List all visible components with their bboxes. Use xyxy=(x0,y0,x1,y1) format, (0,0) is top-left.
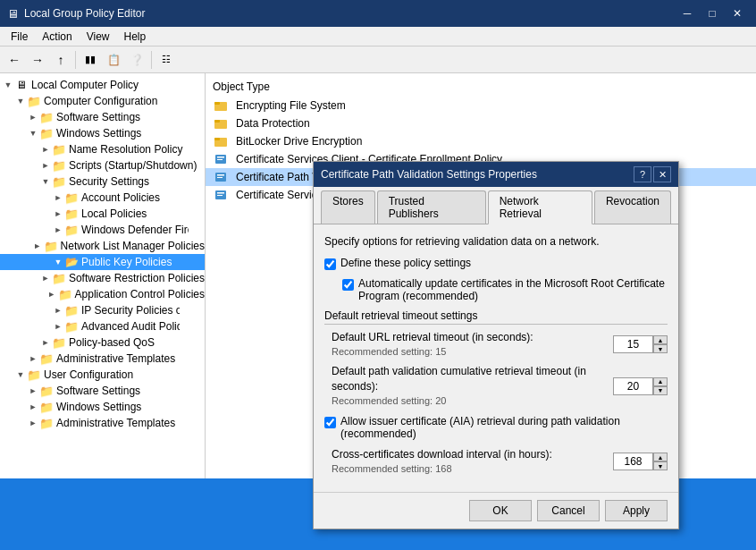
show-hide-btn[interactable]: ▮▮ xyxy=(80,49,101,71)
expand-aap[interactable]: ► xyxy=(52,320,64,333)
expand-scripts[interactable]: ► xyxy=(39,159,52,172)
expand-nlm[interactable]: ► xyxy=(31,240,44,252)
expand-local[interactable]: ► xyxy=(52,207,64,220)
menu-help[interactable]: Help xyxy=(117,29,154,45)
menu-file[interactable]: File xyxy=(4,29,35,45)
expand-sw[interactable]: ► xyxy=(27,111,39,123)
aia-checkbox[interactable] xyxy=(324,417,336,428)
nrp-label: Name Resolution Policy xyxy=(69,143,182,156)
tab-trusted-publishers[interactable]: Trusted Publishers xyxy=(377,190,486,224)
bde-label: BitLocker Drive Encryption xyxy=(236,135,362,148)
tree-item-wdf[interactable]: ► 📁 Windows Defender Firewall with Adv..… xyxy=(0,222,205,238)
expand-at[interactable]: ► xyxy=(27,352,39,365)
dialog-close-button[interactable]: ✕ xyxy=(653,166,671,182)
expand-pki[interactable]: ▼ xyxy=(52,256,64,268)
cc-icon: 📁 xyxy=(27,94,41,108)
tab-network-retrieval[interactable]: Network Retrieval xyxy=(488,190,592,224)
nlm-label: Network List Manager Policies xyxy=(61,240,205,252)
tree-item-acp[interactable]: ► 📁 Application Control Policies xyxy=(0,286,205,302)
tree-item-pbq[interactable]: ► 📁 Policy-based QoS xyxy=(0,334,205,351)
tree-item-aap[interactable]: ► 📁 Advanced Audit Policy Configuration xyxy=(0,318,205,334)
expand-lcp[interactable]: ▼ xyxy=(2,79,14,91)
define-policy-checkbox[interactable] xyxy=(324,258,336,270)
dialog-help-button[interactable]: ? xyxy=(634,166,651,182)
cancel-button[interactable]: Cancel xyxy=(537,500,600,521)
expand-security[interactable]: ▼ xyxy=(39,175,52,188)
tree-item-lcp[interactable]: ▼ 🖥 Local Computer Policy xyxy=(0,77,205,93)
cross-cert-input[interactable] xyxy=(613,453,653,470)
tree-item-nlm[interactable]: ► 📁 Network List Manager Policies xyxy=(0,238,205,254)
properties-btn[interactable]: 📋 xyxy=(103,49,124,71)
view-btn[interactable]: ☷ xyxy=(155,49,177,71)
expand-usw[interactable]: ► xyxy=(27,385,39,397)
menu-action[interactable]: Action xyxy=(35,29,79,45)
cross-cert-up[interactable]: ▲ xyxy=(653,453,668,461)
define-policy-label: Define these policy settings xyxy=(340,257,471,269)
path-timeout-up[interactable]: ▲ xyxy=(653,377,668,386)
ok-button[interactable]: OK xyxy=(469,500,532,521)
svg-rect-14 xyxy=(217,195,223,196)
expand-uat[interactable]: ► xyxy=(27,417,39,429)
tree-item-security[interactable]: ▼ 📁 Security Settings xyxy=(0,173,205,190)
cross-cert-buttons: ▲ ▼ xyxy=(653,453,668,470)
url-timeout-down[interactable]: ▼ xyxy=(653,344,668,353)
acp-icon: 📁 xyxy=(58,287,72,301)
right-item-dp[interactable]: Data Protection xyxy=(206,114,756,132)
up-button[interactable]: ↑ xyxy=(50,49,71,71)
url-timeout-input[interactable] xyxy=(613,335,653,353)
path-timeout-down[interactable]: ▼ xyxy=(653,386,668,395)
app-icon: 🖥 xyxy=(7,7,19,21)
expand-pbq[interactable]: ► xyxy=(39,336,52,349)
minimize-button[interactable]: ─ xyxy=(676,4,699,22)
section-header-timeout: Default retrieval timeout settings xyxy=(324,309,668,325)
tab-stores[interactable]: Stores xyxy=(321,190,375,224)
tree-item-uc[interactable]: ▼ 📁 User Configuration xyxy=(0,367,205,383)
path-timeout-input[interactable] xyxy=(613,377,653,395)
expand-uc[interactable]: ▼ xyxy=(14,368,27,381)
path-timeout-row: Default path validation cumulative retri… xyxy=(324,364,668,408)
apply-button[interactable]: Apply xyxy=(605,500,668,521)
forward-button[interactable]: → xyxy=(27,49,48,71)
expand-sre[interactable]: ► xyxy=(39,272,52,284)
path-timeout-buttons: ▲ ▼ xyxy=(653,377,668,395)
expand-uws[interactable]: ► xyxy=(27,401,39,413)
tree-item-sre[interactable]: ► 📁 Software Restriction Policies xyxy=(0,270,205,286)
ips-icon: 📁 xyxy=(64,303,79,317)
url-timeout-up[interactable]: ▲ xyxy=(653,335,668,344)
tree-item-usw[interactable]: ► 📁 Software Settings xyxy=(0,383,205,399)
cross-cert-down[interactable]: ▼ xyxy=(653,461,668,470)
tree-item-ips[interactable]: ► 📁 IP Security Policies on Local Comput… xyxy=(0,302,205,318)
expand-accounts[interactable]: ► xyxy=(52,191,64,204)
define-policy-row: Define these policy settings xyxy=(324,257,668,270)
tree-item-pki[interactable]: ▼ 📂 Public Key Policies xyxy=(0,254,205,270)
path-timeout-text: Default path validation cumulative retri… xyxy=(332,365,586,393)
tree-item-sw[interactable]: ► 📁 Software Settings xyxy=(0,109,205,125)
tab-revocation[interactable]: Revocation xyxy=(594,190,671,224)
maximize-button[interactable]: □ xyxy=(701,4,724,22)
close-button[interactable]: ✕ xyxy=(726,4,749,22)
expand-acp[interactable]: ► xyxy=(46,288,58,300)
tree-item-uat[interactable]: ► 📁 Administrative Templates xyxy=(0,415,205,431)
tree-item-uws[interactable]: ► 📁 Windows Settings xyxy=(0,399,205,415)
tree-item-cc[interactable]: ▼ 📁 Computer Configuration xyxy=(0,93,205,109)
tree-item-scripts[interactable]: ► 📁 Scripts (Startup/Shutdown) xyxy=(0,157,205,173)
expand-nrp[interactable]: ► xyxy=(39,143,52,156)
back-button[interactable]: ← xyxy=(4,49,25,71)
expand-wdf[interactable]: ► xyxy=(52,224,64,236)
auto-update-checkbox[interactable] xyxy=(342,279,354,291)
accounts-label: Account Policies xyxy=(81,191,160,204)
tree-item-ws[interactable]: ▼ 📁 Windows Settings xyxy=(0,125,205,141)
uc-label: User Configuration xyxy=(44,368,133,381)
tree-item-at[interactable]: ► 📁 Administrative Templates xyxy=(0,351,205,367)
tree-item-nrp[interactable]: ► 📁 Name Resolution Policy xyxy=(0,141,205,157)
expand-ws[interactable]: ▼ xyxy=(27,127,39,140)
expand-ips[interactable]: ► xyxy=(52,304,64,317)
tree-item-local[interactable]: ► 📁 Local Policies xyxy=(0,206,205,222)
right-item-bde[interactable]: BitLocker Drive Encryption xyxy=(206,132,756,150)
right-item-efs[interactable]: Encrypting File System xyxy=(206,97,756,114)
title-controls: ─ □ ✕ xyxy=(676,4,749,22)
expand-cc[interactable]: ▼ xyxy=(14,95,27,107)
menu-view[interactable]: View xyxy=(80,29,117,45)
help-btn[interactable]: ❔ xyxy=(126,49,147,71)
tree-item-accounts[interactable]: ► 📁 Account Policies xyxy=(0,190,205,206)
